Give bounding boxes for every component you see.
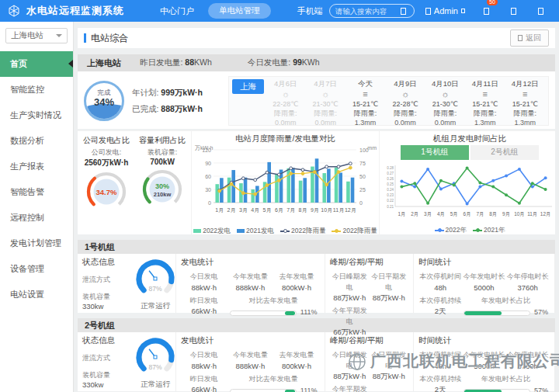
ratio-progress-bar <box>464 389 530 392</box>
bell-icon <box>484 8 489 15</box>
sidebar-item-3[interactable]: 数据分析 <box>0 128 73 154</box>
weather-temp: 15-21℃ <box>345 99 385 109</box>
legend-item[interactable]: 2022降雨量 <box>332 227 377 236</box>
svg-text:9月: 9月 <box>502 211 510 217</box>
mobile-link[interactable]: 手机端 <box>297 5 323 17</box>
stat-label: 本次停机持续 <box>418 296 462 307</box>
search-input[interactable] <box>335 7 398 16</box>
svg-text:0.25: 0.25 <box>387 182 394 186</box>
sidebar-item-0[interactable]: 首页 <box>0 51 73 77</box>
svg-text:4月: 4月 <box>251 207 259 213</box>
section-header: 电站综合 返回 <box>78 28 555 48</box>
ratio-percent: 57% <box>534 386 548 392</box>
stat-label: 今日平期发电 <box>370 272 409 293</box>
completion-percent: 34% <box>86 96 122 108</box>
sidebar-item-4[interactable]: 生产报表 <box>0 154 73 179</box>
svg-text:1月: 1月 <box>215 207 224 213</box>
sun-weather-icon: ☼ <box>385 89 425 99</box>
weather-rain-value: 0.0mm <box>266 118 305 127</box>
period-title: 峰期/谷期/平期 <box>330 257 408 268</box>
annual-plan-block: 完成 34% 年计划: 999万kW·h 已完成: 888万kW·h <box>84 76 222 126</box>
legend-item[interactable]: 2022降雨量 <box>280 227 325 236</box>
weather-rain-label: 降雨量: <box>425 109 465 118</box>
user-name: Admin <box>434 6 458 16</box>
weather-date: 4月11日 <box>465 79 505 89</box>
legend-item[interactable]: 2021发电 <box>237 227 274 236</box>
sidebar-item-2[interactable]: 生产实时情况 <box>0 102 73 128</box>
weather-day-2: 今天≡15-21℃降雨量:1.3mm <box>345 79 385 123</box>
svg-text:0.23: 0.23 <box>387 193 394 197</box>
stat-label: 今年发电量 <box>227 272 274 283</box>
search-icon[interactable] <box>401 8 406 15</box>
weather-date: 今天 <box>345 79 385 89</box>
sidebar-item-5[interactable]: 智能告警 <box>0 179 73 205</box>
weather-day-1: 4月7日☼21-30℃降雨量:0.0mm <box>305 79 345 123</box>
sidebar-item-9[interactable]: 电站设置 <box>0 282 73 307</box>
generation-stats-title: 发电统计 <box>181 257 320 268</box>
stat-label: 昨日发电 <box>181 374 227 385</box>
legend-swatch <box>237 229 245 233</box>
stat-label: 今日峰期发电 <box>330 350 370 371</box>
stat-cell: 本次停机持续2天 <box>418 296 462 318</box>
weather-date: 4月9日 <box>385 79 425 89</box>
stat-cell: 本次停机持续2天 <box>418 374 462 392</box>
stat-cell: 今日平期发电88万kW·h <box>370 272 409 304</box>
weather-date: 4月6日 <box>266 79 305 89</box>
svg-text:0: 0 <box>208 200 211 206</box>
svg-text:60: 60 <box>205 174 211 179</box>
sidebar: 上海电站 首页智能监控生产实时情况数据分析生产报表智能告警远程控制发电计划管理设… <box>0 22 74 392</box>
stat-label: 今年发电时长 <box>462 350 505 361</box>
notification-bell[interactable]: 50 <box>484 4 489 18</box>
legend-item[interactable]: 2022发电 <box>193 227 231 236</box>
svg-text:0.24: 0.24 <box>387 188 394 192</box>
city-tab-shanghai[interactable]: 上海 <box>232 79 264 94</box>
weather-day-0: 4月6日☼22-28℃降雨量:0.0mm <box>266 79 305 123</box>
fullscreen-icon[interactable] <box>511 8 516 15</box>
stat-label: 今年平期发电 <box>330 384 370 392</box>
stat-label: 今年停电时长 <box>506 350 550 361</box>
nav-single-station[interactable]: 单电站管理 <box>208 3 271 19</box>
back-button[interactable]: 返回 <box>510 29 549 47</box>
unit-state-text: 正常运行 <box>127 301 183 311</box>
sidebar-item-8[interactable]: 设备管理 <box>0 256 73 282</box>
back-icon <box>518 35 523 41</box>
nav-center-portal[interactable]: 中心门户 <box>152 4 202 19</box>
period-group: 峰期/谷期/平期今日峰期发电88万kW·h今日平期发电88万kW·h今年平期发电… <box>325 254 414 313</box>
main-content: 电站综合 返回 上海电站 昨日发电量: 88KWh 今日发电量: 99KWh <box>74 22 559 392</box>
unit-status-gauge: 87%正常运行 <box>127 257 183 310</box>
sidebar-item-7[interactable]: 发电计划管理 <box>0 231 73 256</box>
svg-text:0.26: 0.26 <box>387 177 394 181</box>
haze-weather-icon: ≡ <box>465 89 505 99</box>
weather-rain-label: 降雨量: <box>385 109 425 118</box>
svg-text:0.28: 0.28 <box>387 166 394 170</box>
legend-item[interactable]: 2022年 <box>435 226 467 235</box>
search-box[interactable] <box>329 4 415 18</box>
svg-text:7月: 7月 <box>476 211 484 217</box>
station-select[interactable]: 上海电站 <box>5 28 68 43</box>
unit-tab-1[interactable]: 1号机组 <box>401 145 469 160</box>
legend-item[interactable]: 2021年 <box>473 226 505 235</box>
stat-value: 5000h <box>462 283 505 293</box>
collapse-arrow-icon[interactable] <box>68 60 73 68</box>
stat-value: 88kW·h <box>181 361 227 372</box>
company-gauge-arc: 34.7% <box>79 168 134 218</box>
weather-rain-value: 0.0mm <box>425 118 465 127</box>
app-window: 水电站远程监测系统 中心门户 单电站管理 手机端 Admin 50 上海电站 首… <box>0 0 559 392</box>
weather-day-3: 4月9日☼22-28℃降雨量:0.0mm <box>385 79 425 123</box>
unit-tab-2[interactable]: 2号机组 <box>470 145 539 160</box>
logout-icon[interactable] <box>538 8 543 15</box>
weather-temp: 21-30℃ <box>425 99 465 109</box>
svg-text:210kw: 210kw <box>154 191 172 198</box>
svg-text:30%: 30% <box>155 182 169 190</box>
stat-cell: 去年发电量800kW·h <box>273 350 320 372</box>
company-gauge-sublabel: 公司发电: <box>79 147 134 158</box>
user-icon <box>425 8 431 15</box>
user-menu[interactable]: Admin <box>425 6 465 16</box>
sidebar-item-1[interactable]: 智能监控 <box>0 77 73 102</box>
stat-value: 2天 <box>418 306 462 317</box>
combo-chart-canvas: 03060901200255075100万kW·hmm1月2月3月4月5月6月7… <box>193 144 377 226</box>
sidebar-item-6[interactable]: 远程控制 <box>0 205 73 231</box>
weather-day-4: 4月10日☼21-30℃降雨量:0.0mm <box>425 79 465 123</box>
svg-text:25: 25 <box>359 187 366 193</box>
svg-text:0.22: 0.22 <box>387 199 394 203</box>
